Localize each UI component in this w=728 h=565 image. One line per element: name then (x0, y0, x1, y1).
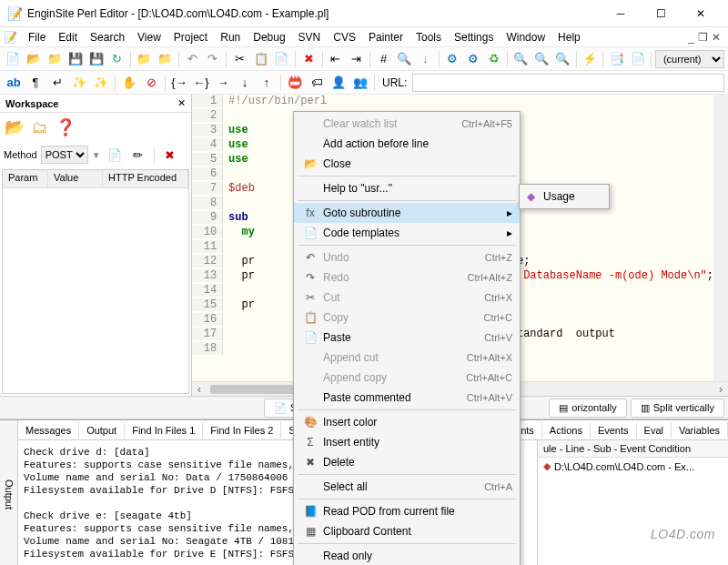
col-value[interactable]: Value (48, 170, 103, 187)
copy-button[interactable]: 📋 (251, 49, 270, 69)
bracket-out-icon[interactable]: ←} (191, 73, 211, 93)
ctx-add-action-before-line[interactable]: Add action before line (294, 134, 520, 154)
open-button[interactable]: 📂 (25, 49, 44, 69)
minimize-button[interactable]: ─ (601, 0, 641, 27)
menu-debug[interactable]: Debug (248, 29, 290, 45)
menu-cvs[interactable]: CVS (328, 29, 361, 45)
menu-svn[interactable]: SVN (293, 29, 327, 45)
mdi-minimize-icon[interactable]: _ (688, 31, 694, 44)
cut-button[interactable]: ✂ (230, 49, 249, 69)
no-icon[interactable]: ⊘ (141, 73, 161, 93)
bottom-tab-messages[interactable]: Messages (18, 422, 79, 439)
arrow-right-icon[interactable]: → (213, 73, 233, 93)
menu-run[interactable]: Run (215, 29, 246, 45)
ctx-insert-color[interactable]: 🎨Insert color (294, 412, 520, 432)
wrap-icon[interactable]: ↵ (47, 73, 67, 93)
close-button[interactable]: ✕ (681, 0, 721, 27)
ctx-clipboard-content[interactable]: ▦Clipboard Content (294, 521, 520, 541)
indent-button[interactable]: ⇥ (347, 49, 366, 69)
paste-button[interactable]: 📄 (272, 49, 291, 69)
context-combo[interactable]: (current) (655, 50, 724, 68)
ctx-goto-subroutine[interactable]: fxGoto subroutine▸ (294, 203, 520, 223)
outdent-button[interactable]: ⇤ (327, 49, 346, 69)
menu-file[interactable]: File (23, 29, 51, 45)
wand-icon[interactable]: ✨ (69, 73, 89, 93)
menu-search[interactable]: Search (85, 29, 130, 45)
breakpoint-item[interactable]: ◆ D:\LO4D.com\LO4D.com - Ex... (538, 458, 728, 475)
mdi-close-icon[interactable]: ✕ (712, 31, 721, 44)
menu-tools[interactable]: Tools (410, 29, 447, 45)
badge2-icon[interactable]: 🏷 (307, 73, 327, 93)
folder-icon[interactable]: 📂 (4, 116, 25, 138)
mdi-restore-icon[interactable]: ❐ (698, 31, 708, 44)
stack-icon[interactable]: 🗂 (29, 116, 51, 138)
split-vertical-tab[interactable]: ▥Split vertically (631, 399, 724, 418)
hash-button[interactable]: # (374, 49, 393, 69)
add-param-icon[interactable]: 📄 (105, 145, 125, 165)
folder-2-button[interactable]: 📁 (156, 49, 175, 69)
edit-param-icon[interactable]: ✏ (128, 145, 148, 165)
menu-view[interactable]: View (132, 29, 167, 45)
scrollbar-vertical[interactable] (713, 95, 728, 381)
arrow-up-icon[interactable]: ↑ (257, 73, 277, 93)
gear-down-button[interactable]: ⚙ (463, 49, 482, 69)
maximize-button[interactable]: ☐ (641, 0, 681, 27)
bottom-tab-actions[interactable]: Actions (542, 422, 591, 439)
method-select[interactable]: POST (41, 146, 88, 164)
ctx-code-templates[interactable]: 📄Code templates▸ (294, 223, 520, 243)
arrow-down-icon[interactable]: ↓ (235, 73, 255, 93)
bottom-tab-output[interactable]: Output (79, 422, 125, 439)
para-icon[interactable]: ¶ (25, 73, 46, 93)
menu-window[interactable]: Window (500, 29, 551, 45)
bottom-tab-variables[interactable]: Variables (672, 422, 728, 439)
save-all-button[interactable]: 💾 (86, 49, 106, 69)
split-horizontal-tab[interactable]: ▤orizontally (549, 399, 627, 418)
cycle-button[interactable]: ♻ (484, 49, 503, 69)
del-param-icon[interactable]: ✖ (160, 145, 180, 165)
bottom-tab-find-in-files-2[interactable]: Find In Files 2 (203, 422, 281, 439)
text-tool-icon[interactable]: ab (4, 73, 24, 93)
lightning-button[interactable]: ⚡ (581, 49, 600, 69)
users-icon[interactable]: 👥 (350, 73, 370, 93)
menu-project[interactable]: Project (168, 29, 213, 45)
copy-doc-button[interactable]: 📑 (607, 49, 626, 69)
help-icon[interactable]: ❓ (55, 116, 76, 138)
save-button[interactable]: 💾 (66, 49, 86, 69)
zoom-out-button[interactable]: 🔍 (532, 49, 551, 69)
user-icon[interactable]: 👤 (329, 73, 349, 93)
hand-icon[interactable]: ✋ (119, 73, 139, 93)
find-button[interactable]: 🔍 (395, 49, 414, 69)
url-input[interactable] (412, 74, 724, 92)
ctx-paste[interactable]: 📄PasteCtrl+V (294, 328, 520, 348)
col-param[interactable]: Param (3, 170, 48, 187)
ctx-close[interactable]: 📂Close (294, 154, 520, 174)
context-submenu[interactable]: ◆ Usage (519, 184, 610, 209)
menu-painter[interactable]: Painter (363, 29, 409, 45)
menu-help[interactable]: Help (552, 29, 586, 45)
col-http[interactable]: HTTP Encoded (103, 170, 188, 187)
menu-settings[interactable]: Settings (449, 29, 499, 45)
workspace-close-icon[interactable]: ✕ (177, 97, 186, 109)
ctx-read-pod-from-current-file[interactable]: 📘Read POD from current file (294, 501, 520, 521)
output-side-tab[interactable]: Output (0, 420, 18, 565)
doc-button[interactable]: 📄 (628, 49, 647, 69)
new-button[interactable]: 📄 (4, 49, 23, 69)
delete-button[interactable]: ✖ (299, 49, 318, 69)
folder-1-button[interactable]: 📁 (135, 49, 154, 69)
refresh-button[interactable]: ↻ (107, 49, 126, 69)
ctx-delete[interactable]: ✖Delete (294, 452, 520, 472)
bottom-tab-eval[interactable]: Eval (637, 422, 672, 439)
context-menu[interactable]: Clear watch listCtrl+Alt+F5Add action be… (293, 111, 521, 565)
open-project-button[interactable]: 📁 (46, 49, 65, 69)
bracket-in-icon[interactable]: {→ (169, 73, 189, 93)
undo-button[interactable]: ↶ (183, 49, 202, 69)
submenu-usage[interactable]: ◆ Usage (520, 187, 609, 207)
ctx-select-all[interactable]: Select allCtrl+A (294, 477, 520, 497)
zoom-in-button[interactable]: 🔍 (511, 49, 531, 69)
ctx-paste-commented[interactable]: Paste commentedCtrl+Alt+V (294, 388, 520, 408)
next-button[interactable]: ↓ (416, 49, 435, 69)
gear-button[interactable]: ⚙ (443, 49, 462, 69)
bottom-tab-find-in-files-1[interactable]: Find In Files 1 (125, 422, 203, 439)
param-table[interactable]: Param Value HTTP Encoded (2, 169, 189, 394)
ctx-help-to-usr-[interactable]: Help to "usr..." (294, 178, 520, 198)
